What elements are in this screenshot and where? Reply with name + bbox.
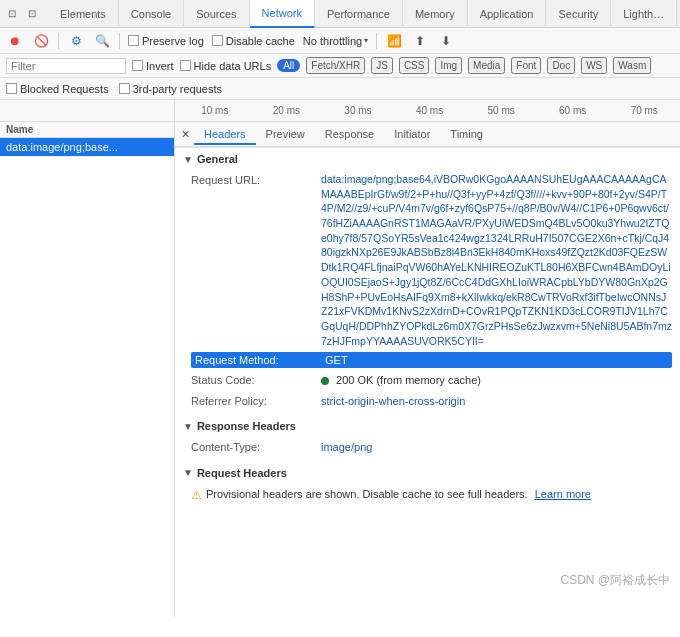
tick-30ms: 30 ms [322,105,394,116]
tab-network[interactable]: Network [250,0,315,28]
timeline-header: 10 ms 20 ms 30 ms 40 ms 50 ms 60 ms 70 m… [0,100,680,122]
invert-checkbox[interactable] [132,60,143,71]
toolbar-separator-1 [58,33,59,49]
toolbar-separator-3 [376,33,377,49]
tick-40ms: 40 ms [394,105,466,116]
sub-tab-close-icon[interactable]: ✕ [181,128,190,141]
tab-sources[interactable]: Sources [184,0,249,28]
main-area: Name data:image/png;base... ✕ Headers Pr… [0,122,680,617]
pointer-icon[interactable]: ⊡ [4,6,20,22]
wifi-icon[interactable]: 📶 [385,32,403,50]
tab-bar: ⊡ ⊡ Elements Console Sources Network Per… [0,0,680,28]
request-headers-section-header[interactable]: ▼ Request Headers [175,462,680,484]
filter-bar: Invert Hide data URLs All Fetch/XHR JS C… [0,54,680,78]
blocked-requests-checkbox[interactable] [6,83,17,94]
type-filter-js[interactable]: JS [371,57,393,74]
type-filter-font[interactable]: Font [511,57,541,74]
status-code-row: Status Code: 200 OK (from memory cache) [191,370,672,391]
preserve-log-label[interactable]: Preserve log [128,35,204,47]
download-icon[interactable]: ⬇ [437,32,455,50]
status-code-key: Status Code: [191,372,321,389]
response-headers-section-header[interactable]: ▼ Response Headers [175,415,680,437]
type-filter-wasm[interactable]: Wasm [613,57,651,74]
request-method-key: Request Method: [195,354,325,366]
requests-extra-bar: Blocked Requests 3rd-party requests [0,78,680,100]
devtools-icons: ⊡ ⊡ [4,6,40,22]
tick-60ms: 60 ms [537,105,609,116]
tick-10ms: 10 ms [179,105,251,116]
type-filter-fetch-xhr[interactable]: Fetch/XHR [306,57,365,74]
preserve-log-checkbox[interactable] [128,35,139,46]
status-green-dot [321,377,329,385]
content-type-value: image/png [321,439,672,456]
request-method-value: GET [325,354,668,366]
hide-urls-checkbox[interactable] [180,60,191,71]
learn-more-link[interactable]: Learn more [535,488,591,500]
clear-icon[interactable]: 🚫 [32,32,50,50]
network-toolbar: ⏺ 🚫 ⚙ 🔍 Preserve log Disable cache No th… [0,28,680,54]
response-headers-section-body: Content-Type: image/png [175,437,680,462]
tick-70ms: 70 ms [608,105,680,116]
request-url-value: data:image/png;base64,iVBORw0KGgoAAAANSU… [321,172,672,348]
content-type-key: Content-Type: [191,439,321,456]
warning-triangle-icon: ⚠ [191,486,202,504]
request-headers-triangle: ▼ [183,467,193,478]
type-filter-img[interactable]: Img [435,57,462,74]
search-icon[interactable]: 🔍 [93,32,111,50]
inspect-icon[interactable]: ⊡ [24,6,40,22]
request-item-0[interactable]: data:image/png;base... [0,138,174,157]
filter-icon[interactable]: ⚙ [67,32,85,50]
status-code-value: 200 OK (from memory cache) [321,372,672,389]
tab-memory[interactable]: Memory [403,0,468,28]
sub-tab-timing[interactable]: Timing [440,125,493,145]
sub-tab-headers[interactable]: Headers [194,125,256,145]
provisional-headers-warning: ⚠ Provisional headers are shown. Disable… [191,484,672,506]
referrer-policy-key: Referrer Policy: [191,393,321,410]
tab-console[interactable]: Console [119,0,184,28]
upload-icon[interactable]: ⬆ [411,32,429,50]
type-filter-css[interactable]: CSS [399,57,430,74]
disable-cache-label[interactable]: Disable cache [212,35,295,47]
type-filter-doc[interactable]: Doc [547,57,575,74]
request-url-row: Request URL: data:image/png;base64,iVBOR… [191,170,672,350]
general-section-header[interactable]: ▼ General [175,148,680,170]
request-headers-section-body: ⚠ Provisional headers are shown. Disable… [175,484,680,510]
content-type-row: Content-Type: image/png [191,437,672,458]
tab-application[interactable]: Application [468,0,547,28]
blocked-requests-label[interactable]: Blocked Requests [6,83,109,95]
tab-performance[interactable]: Performance [315,0,403,28]
right-panel: ✕ Headers Preview Response Initiator Tim… [175,122,680,617]
tab-lighthouse[interactable]: Lighth… [611,0,677,28]
tick-50ms: 50 ms [465,105,537,116]
disable-cache-checkbox[interactable] [212,35,223,46]
tab-elements[interactable]: Elements [48,0,119,28]
provisional-headers-text: Provisional headers are shown. Disable c… [206,486,591,503]
sub-tab-response[interactable]: Response [315,125,385,145]
general-triangle: ▼ [183,154,193,165]
tab-security[interactable]: Security [546,0,611,28]
type-filter-ws[interactable]: WS [581,57,607,74]
throttle-selector[interactable]: No throttling ▾ [303,35,368,47]
hide-urls-label[interactable]: Hide data URLs [180,60,272,72]
third-party-label[interactable]: 3rd-party requests [119,83,222,95]
referrer-policy-row: Referrer Policy: strict-origin-when-cros… [191,391,672,412]
timeline-name-col [0,100,175,121]
record-icon[interactable]: ⏺ [6,32,24,50]
third-party-checkbox[interactable] [119,83,130,94]
sub-tab-preview[interactable]: Preview [256,125,315,145]
general-section-body: Request URL: data:image/png;base64,iVBOR… [175,170,680,415]
request-url-key: Request URL: [191,172,321,348]
type-filter-all[interactable]: All [277,59,300,72]
tick-20ms: 20 ms [251,105,323,116]
response-headers-triangle: ▼ [183,421,193,432]
name-column-header: Name [0,122,174,138]
headers-details: ▼ General Request URL: data:image/png;ba… [175,148,680,617]
toolbar-separator-2 [119,33,120,49]
timeline-ticks: 10 ms 20 ms 30 ms 40 ms 50 ms 60 ms 70 m… [175,100,680,121]
requests-list: Name data:image/png;base... [0,122,175,617]
filter-input[interactable] [6,58,126,74]
request-method-row: Request Method: GET [191,352,672,368]
type-filter-media[interactable]: Media [468,57,505,74]
sub-tab-initiator[interactable]: Initiator [384,125,440,145]
invert-label[interactable]: Invert [132,60,174,72]
